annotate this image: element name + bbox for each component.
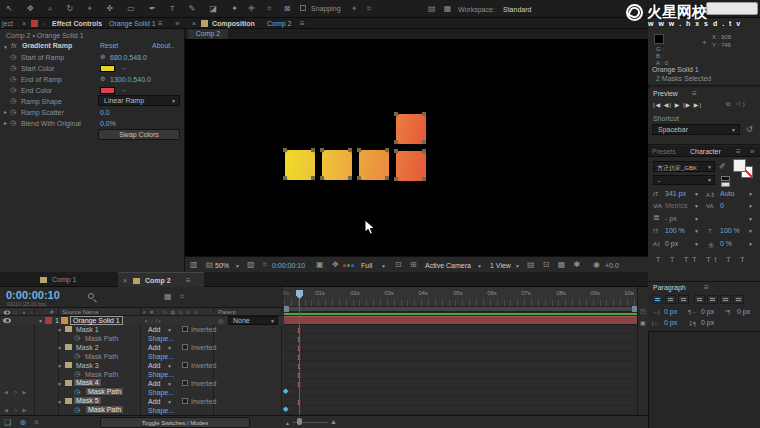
reset-icon[interactable]: ↺ — [746, 125, 753, 134]
more-panels-icon[interactable]: » — [750, 147, 754, 156]
keyframe-navigator[interactable]: ◀ ◇ ▶ — [4, 389, 28, 395]
tab-comp1[interactable]: Comp 1 — [52, 276, 77, 283]
mask-group-row[interactable]: ▼ Mask 5 Add ▼ Inverted — [0, 397, 284, 406]
indent-first-value[interactable]: 0 px — [701, 308, 714, 315]
viewer-tab[interactable]: Comp 2 — [188, 29, 228, 39]
stopwatch-icon[interactable]: ◷ — [74, 370, 80, 378]
crosshair-icon[interactable]: ⊕ — [100, 75, 106, 83]
keyframe-diamond[interactable]: ◆ — [283, 387, 288, 395]
panel-menu-icon[interactable]: ≡ — [186, 276, 191, 285]
justify-all-button[interactable] — [733, 295, 744, 304]
switch-column-icons[interactable]: ✦ ✱ ⧵ fx ▦ ◎ ⊘ ⊙ — [142, 309, 199, 316]
layer-name[interactable]: Orange Solid 1 — [70, 316, 123, 325]
time-ruler[interactable]: 0s 01s 02s 03s 04s 05s 06s 07s 08s 09s 1… — [284, 287, 637, 308]
font-family-dropdown[interactable]: 方正仿宋_GBK ▼ — [653, 161, 715, 172]
exposure-icon[interactable]: ◉ — [593, 260, 600, 269]
twirl-down-icon[interactable]: ▼ — [57, 399, 62, 405]
channel-green-icon[interactable] — [347, 264, 350, 267]
reset-button[interactable]: Reset — [100, 42, 118, 49]
mask-mode-dropdown[interactable]: Add — [148, 380, 160, 387]
mask-name[interactable]: Mask 5 — [74, 397, 101, 404]
eye-icon[interactable] — [4, 310, 10, 314]
font-size-value[interactable]: 341 px — [665, 190, 686, 197]
stopwatch-icon[interactable]: ◷ — [10, 75, 16, 83]
twirl-right-icon[interactable]: ► — [3, 109, 8, 115]
inverted-checkbox[interactable] — [182, 380, 188, 386]
mask-color-chip[interactable] — [65, 344, 72, 350]
tool-icons[interactable]: ↖ ✥ ⌕ ↻ ⌖ ✜ ▭ ✒ T ✎ ◪ ✦ — [6, 4, 244, 14]
render-draft-icons[interactable]: ❏ ⊕ ⌗ — [4, 418, 42, 428]
align-left-button[interactable] — [652, 295, 663, 304]
crosshair-icon[interactable]: ⊕ — [100, 53, 106, 61]
more-panels-icon[interactable]: » — [175, 19, 179, 28]
panel-menu-icon[interactable]: ≡ — [300, 19, 305, 28]
mask-color-chip[interactable] — [65, 398, 72, 404]
composition-tab[interactable]: Composition — [212, 20, 255, 27]
mask-name[interactable]: Mask 3 — [76, 362, 99, 369]
pixel-aspect-icons[interactable]: ▤ ⊡ ▦ ✱ — [527, 260, 583, 269]
presets-tab[interactable]: Presets — [652, 148, 676, 155]
camera-view-dropdown[interactable]: Active Camera — [425, 262, 471, 269]
composition-viewport[interactable] — [185, 39, 648, 256]
column-parent[interactable]: Parent — [218, 309, 236, 315]
vertical-scale-value[interactable]: 100 % — [665, 227, 685, 234]
channel-blue-icon[interactable] — [351, 264, 354, 267]
align-right-button[interactable] — [678, 295, 689, 304]
mini-white-swatch[interactable] — [721, 182, 730, 187]
panel-menu-icon[interactable]: ≡ — [704, 283, 709, 292]
transport-controls[interactable]: |◀ ◀| ▶ |▶ ▶| — [653, 101, 702, 108]
eye-icon[interactable] — [3, 318, 11, 323]
justify-last-center-button[interactable] — [707, 295, 718, 304]
mask-path-row[interactable]: ◷ Mask Path Shape... — [0, 352, 284, 361]
current-timecode[interactable]: 0:00:00:10 — [6, 289, 60, 301]
shape-value[interactable]: Shape... — [148, 407, 174, 414]
shape-value[interactable]: Shape... — [148, 371, 174, 378]
camera-wireframe-icons[interactable]: ▣ ❖ — [316, 260, 342, 269]
stopwatch-icon[interactable]: ◷ — [10, 97, 16, 105]
zoom-in-mountain-icon[interactable]: ▲ — [330, 418, 337, 425]
faux-style-buttons[interactable]: T T TT Tt T T — [656, 256, 748, 263]
gradient-square-5[interactable] — [396, 151, 426, 181]
search-icon[interactable] — [88, 293, 94, 299]
snapping-label[interactable]: Snapping — [311, 5, 341, 12]
mask-vertex-handles[interactable] — [283, 148, 287, 152]
region-icons[interactable]: ⊡ ⊞ — [395, 260, 420, 269]
comp-button-icon[interactable]: ▣ — [640, 319, 646, 326]
stopwatch-icon[interactable]: ◷ — [10, 108, 16, 116]
space-after-value[interactable]: 0 px — [701, 319, 714, 326]
character-tab[interactable]: Character — [690, 148, 721, 155]
av-feature-icons[interactable]: ◁ ● ▫ — [13, 309, 34, 315]
parent-pickwhip-icon[interactable]: ◎ — [218, 317, 223, 324]
mask-vertex-handles[interactable] — [357, 148, 361, 152]
snapping-option-icons[interactable]: ⌖ ⌗ — [352, 4, 375, 14]
baseline-shift-value[interactable]: 0 px — [665, 240, 678, 247]
mask-group-row[interactable]: ▼ Mask 4 Add ▼ Inverted — [0, 379, 284, 388]
indent-left-value[interactable]: 0 px — [664, 308, 677, 315]
mask-name[interactable]: Mask 1 — [76, 326, 99, 333]
mask-color-chip[interactable] — [65, 380, 72, 386]
shape-value[interactable]: Shape... — [148, 389, 174, 396]
mask-vertex-handles[interactable] — [320, 148, 324, 152]
swap-colors-button[interactable]: Swap Colors — [98, 129, 180, 140]
view-layout-dropdown[interactable]: 1 View — [490, 262, 511, 269]
layer-row[interactable]: ▼ 1 Orange Solid 1 ✦ ∕ fx ◎ None ▼ — [0, 316, 284, 325]
lock-icon[interactable]: ▫ — [42, 20, 44, 27]
keyframe-navigator[interactable]: ◀ ◇ ▶ — [4, 407, 28, 413]
mask-mode-dropdown[interactable]: Add — [148, 398, 160, 405]
start-color-swatch[interactable] — [100, 65, 115, 72]
stopwatch-icon[interactable]: ◷ — [10, 86, 16, 94]
eyedropper-arrow-icon[interactable]: → — [120, 64, 127, 71]
space-before-value[interactable]: 0 px — [664, 319, 677, 326]
property-label[interactable]: Mask Path — [86, 388, 123, 395]
layer-duration-bar[interactable] — [284, 316, 637, 325]
mask-vertex-handles[interactable] — [394, 149, 398, 153]
mask-group-row[interactable]: ▼ Mask 1 Add ▼ Inverted — [0, 325, 284, 334]
property-label[interactable]: Mask Path — [86, 406, 123, 413]
solid-color-chip[interactable] — [61, 317, 68, 324]
twirl-down-icon[interactable]: ▼ — [38, 318, 43, 324]
layer-label-chip[interactable] — [45, 317, 52, 324]
fill-color-swatch[interactable] — [733, 159, 746, 172]
prop-value[interactable]: 0.0% — [100, 120, 116, 127]
snapshot-icons[interactable]: ▥ ▤ — [190, 260, 216, 269]
stopwatch-icon[interactable]: ◷ — [10, 64, 16, 72]
